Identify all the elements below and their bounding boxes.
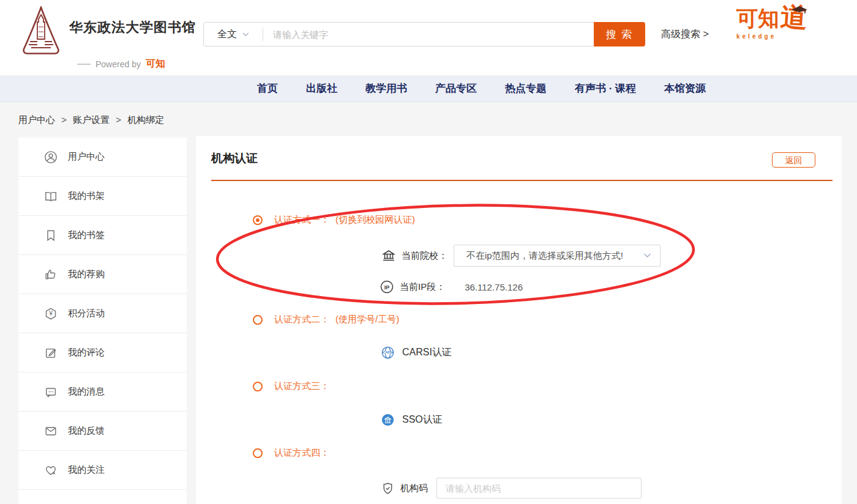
sidebar-item-label: 用户中心 (68, 151, 105, 163)
sidebar-item-my-recommendations[interactable]: 我的荐购 (18, 255, 187, 294)
sidebar-item-label: 我的书签 (68, 229, 105, 241)
back-button[interactable]: 返回 (772, 152, 815, 168)
carsi-auth-link[interactable]: CARSI CARSI认证 (381, 346, 452, 360)
current-ip-label: 当前IP段： (400, 281, 445, 293)
powered-by-dash (77, 64, 91, 65)
heart-follow-icon (44, 464, 58, 477)
auth-method-3-label: 认证方式三： (274, 380, 329, 392)
sidebar-item-label: 我的消息 (68, 386, 105, 398)
carsi-glyph: CARSI (383, 351, 393, 354)
nav-item-publishers[interactable]: 出版社 (306, 81, 337, 95)
advanced-search-link[interactable]: 高级搜索 > (661, 28, 709, 41)
sso-bank-icon (381, 413, 395, 427)
auth-method-2-label: 认证方式二： (274, 314, 329, 325)
search-scope-select[interactable]: 全文 (204, 23, 263, 46)
sidebar-item-label: 我的荐购 (68, 269, 105, 280)
search-input[interactable] (263, 23, 645, 46)
powered-by-brand: 可知 (146, 57, 165, 70)
sidebar-item-label: 我的反馈 (68, 425, 105, 437)
main-nav: 首页 出版社 教学用书 产品专区 热点专题 有声书 · 课程 本馆资源 (0, 75, 857, 102)
sidebar-item-label: 积分活动 (68, 308, 105, 319)
auth-method-4-radio-row[interactable]: 认证方式四： (253, 447, 329, 459)
radio-unselected-icon[interactable] (253, 315, 263, 325)
message-icon (44, 385, 58, 399)
sidebar-item-label: 我的书架 (68, 190, 105, 202)
powered-by: Powered by 可知 (77, 57, 165, 70)
chevron-down-icon (643, 253, 651, 258)
sidebar-item-my-feedback[interactable]: 我的反馈 (18, 412, 187, 451)
yen-glyph: ¥ (48, 310, 53, 317)
search-bar: 全文 搜 索 (203, 22, 645, 46)
sso-auth-label: SSO认证 (402, 413, 443, 426)
sso-auth-link[interactable]: SSO认证 (381, 413, 443, 427)
sidebar-item-my-messages[interactable]: 我的消息 (18, 372, 187, 412)
current-school-row: 当前院校： 不在ip范围内，请选择或采用其他方式! (381, 245, 661, 267)
search-button[interactable]: 搜 索 (594, 22, 645, 46)
title-divider (211, 180, 833, 181)
nav-item-product-zone[interactable]: 产品专区 (435, 81, 477, 95)
carsi-globe-icon: CARSI (381, 346, 395, 360)
breadcrumb: 用户中心 > 账户设置 > 机构绑定 (18, 114, 164, 126)
auth-method-1-label: 认证方式一： (274, 214, 329, 226)
radio-unselected-icon[interactable] (253, 382, 263, 391)
graduation-cap-icon (790, 5, 809, 15)
breadcrumb-account-settings[interactable]: 账户设置 (73, 114, 110, 125)
nav-item-audiobooks-courses[interactable]: 有声书 · 课程 (575, 81, 636, 95)
org-code-label: 机构码 (400, 483, 428, 494)
bookmark-icon (44, 229, 58, 242)
sidebar-item-user-center[interactable]: 用户中心 (18, 138, 187, 177)
institution-auth-panel: 机构认证 返回 认证方式一： (切换到校园网认证) 当前院校： 不在ip范围内，… (196, 136, 842, 504)
org-code-row: 机构码 (381, 478, 642, 498)
auth-method-2-hint: (使用学号/工号) (335, 314, 399, 325)
nav-item-home[interactable]: 首页 (257, 81, 278, 95)
carsi-auth-label: CARSI认证 (402, 346, 452, 359)
sidebar-item-label: 我的评论 (68, 347, 105, 358)
bank-building-icon (381, 248, 396, 263)
sidebar-item-label: 我的关注 (68, 464, 105, 476)
sidebar-item-my-bookshelf[interactable]: 我的书架 (18, 177, 187, 216)
breadcrumb-separator: > (116, 114, 121, 125)
chevron-down-icon (242, 32, 249, 37)
feedback-mail-icon (44, 424, 58, 438)
auth-method-2-radio-row[interactable]: 认证方式二： (使用学号/工号) (253, 314, 399, 325)
current-ip-row: IP 当前IP段： 36.112.75.126 (380, 280, 523, 294)
radio-selected-icon[interactable] (253, 215, 263, 225)
org-code-input[interactable] (436, 478, 642, 498)
auth-method-1-hint[interactable]: (切换到校园网认证) (335, 214, 415, 226)
keledge-logo: 可知道 keledge (736, 7, 828, 62)
breadcrumb-user-center[interactable]: 用户中心 (18, 114, 55, 125)
breadcrumb-separator: > (61, 114, 67, 125)
sidebar-item-my-bookmarks[interactable]: 我的书签 (18, 216, 187, 255)
sidebar: 用户中心 我的书架 我的书签 我的荐购 ¥ 积分活动 我的评论 (18, 138, 187, 504)
bookshelf-icon (44, 190, 58, 203)
points-icon: ¥ (44, 307, 58, 321)
search-scope-value: 全文 (217, 28, 237, 41)
sidebar-item-my-follows[interactable]: 我的关注 (18, 451, 187, 490)
current-school-label: 当前院校： (402, 250, 447, 262)
school-dropdown[interactable]: 不在ip范围内，请选择或采用其他方式! (454, 245, 661, 267)
university-emblem-logo (20, 6, 62, 56)
shield-check-icon (381, 481, 395, 495)
radio-unselected-icon[interactable] (253, 448, 263, 458)
breadcrumb-institution-binding: 机构绑定 (127, 114, 164, 125)
university-name: 华东政法大学图书馆 (69, 18, 196, 37)
ip-glyph: IP (384, 284, 390, 291)
auth-method-1-radio-row[interactable]: 认证方式一： (切换到校园网认证) (253, 214, 415, 226)
sidebar-item-my-comments[interactable]: 我的评论 (18, 333, 187, 372)
user-icon (44, 150, 58, 164)
site-header: 华东政法大学图书馆 Powered by 可知 全文 搜 索 高级搜索 > 可知… (0, 0, 857, 75)
powered-by-label: Powered by (95, 59, 141, 69)
panel-title: 机构认证 (211, 150, 258, 166)
sidebar-item-points-activity[interactable]: ¥ 积分活动 (18, 294, 187, 333)
auth-method-4-label: 认证方式四： (274, 447, 329, 459)
nav-item-teaching-books[interactable]: 教学用书 (365, 81, 407, 95)
school-dropdown-value: 不在ip范围内，请选择或采用其他方式! (454, 250, 643, 262)
thumbs-up-icon (44, 268, 58, 281)
auth-method-3-radio-row[interactable]: 认证方式三： (253, 380, 329, 392)
nav-item-library-resources[interactable]: 本馆资源 (664, 81, 706, 95)
nav-item-hot-topics[interactable]: 热点专题 (505, 81, 547, 95)
keledge-logo-sub: keledge (736, 33, 828, 40)
keledge-logo-text: 可知 (736, 7, 779, 29)
ip-circle-icon: IP (380, 280, 394, 294)
current-ip-value: 36.112.75.126 (465, 282, 523, 292)
